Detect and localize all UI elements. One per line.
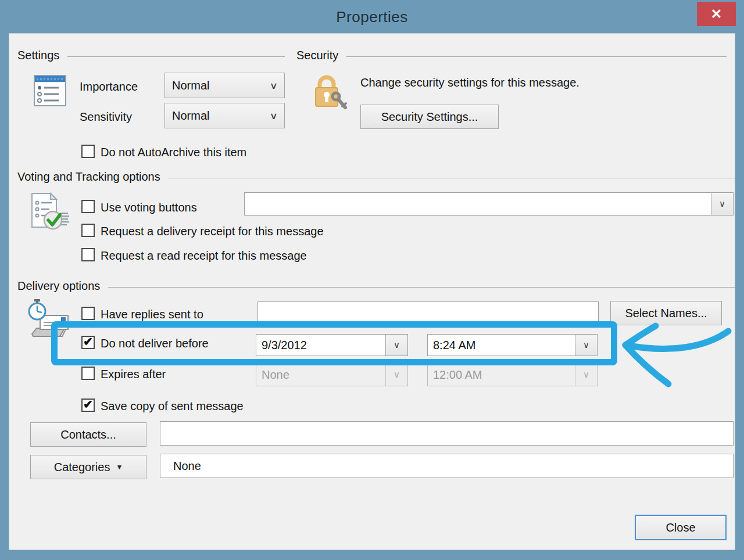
categories-value: None [173, 460, 201, 473]
chevron-down-icon: ∨ [270, 80, 278, 91]
sensitivity-label: Sensitivity [80, 110, 132, 124]
expires-date-value: None [256, 364, 385, 386]
deliver-time-value[interactable]: 8:24 AM [428, 335, 575, 356]
deliver-time-combobox[interactable]: 8:24 AM ∨ [427, 334, 598, 356]
voting-header-label: Voting and Tracking options [17, 170, 160, 184]
dialog-frame: Properties ✕ Settings Security Impor [0, 0, 744, 560]
chevron-down-icon[interactable]: ∨ [575, 335, 597, 356]
expires-time-value: 12:00 AM [428, 364, 575, 386]
close-button-label: Close [666, 521, 695, 534]
close-button[interactable]: Close [635, 515, 727, 540]
check-icon: ✔ [83, 336, 93, 347]
voting-tracking-icon [26, 191, 71, 234]
deliver-date-combobox[interactable]: 9/3/2012 ∨ [256, 334, 408, 356]
check-icon: ✔ [83, 399, 93, 410]
delivery-stopwatch-icon [25, 298, 71, 341]
save-copy-label[interactable]: Save copy of sent message [101, 399, 244, 413]
delivery-receipt-checkbox[interactable] [81, 224, 95, 237]
deliver-date-value[interactable]: 9/3/2012 [256, 335, 385, 356]
security-section-header: Security [296, 49, 727, 62]
voting-section-header: Voting and Tracking options [17, 170, 735, 184]
categories-button-label: Categories [54, 461, 110, 474]
select-names-button-label: Select Names... [625, 307, 707, 320]
voting-buttons-combobox[interactable]: ∨ [244, 192, 734, 216]
chevron-down-icon: ∨ [270, 110, 278, 121]
dropdown-arrow-icon: ▼ [116, 463, 123, 471]
have-replies-label[interactable]: Have replies sent to [101, 307, 203, 321]
security-description: Change security settings for this messag… [360, 76, 580, 89]
chevron-down-icon[interactable]: ∨ [385, 335, 407, 356]
select-names-button[interactable]: Select Names... [610, 301, 722, 325]
dialog-body: Settings Security Importance Normal ∨ Se… [9, 33, 735, 550]
settings-header-label: Settings [17, 49, 59, 62]
divider [67, 56, 285, 57]
window-close-button[interactable]: ✕ [697, 2, 736, 26]
delivery-receipt-label[interactable]: Request a delivery receipt for this mess… [101, 224, 324, 238]
chevron-down-icon: ∨ [575, 364, 597, 386]
security-lock-icon [311, 70, 352, 114]
contacts-button-label: Contacts... [60, 428, 116, 441]
categories-input[interactable]: None [160, 454, 734, 478]
do-not-deliver-checkbox[interactable]: ✔ [81, 336, 95, 349]
importance-value: Normal [172, 79, 209, 92]
sensitivity-value: Normal [172, 109, 209, 123]
sensitivity-dropdown[interactable]: Normal ∨ [164, 103, 285, 128]
read-receipt-checkbox[interactable] [81, 248, 95, 261]
divider [169, 178, 735, 178]
importance-label: Importance [80, 80, 138, 94]
expires-date-combobox: None ∨ [256, 363, 408, 386]
titlebar[interactable]: Properties ✕ [0, 0, 744, 33]
close-icon: ✕ [711, 6, 722, 22]
contacts-button[interactable]: Contacts... [30, 422, 146, 447]
expires-time-combobox: 12:00 AM ∨ [427, 363, 598, 386]
use-voting-checkbox[interactable] [81, 200, 95, 213]
read-receipt-label[interactable]: Request a read receipt for this message [101, 249, 307, 263]
contacts-input[interactable] [160, 421, 734, 446]
security-settings-button-label: Security Settings... [381, 110, 478, 124]
delivery-header-label: Delivery options [17, 279, 100, 293]
expires-after-checkbox[interactable] [81, 367, 95, 380]
divider [346, 56, 727, 57]
annotation-arrow-icon [613, 320, 735, 430]
settings-section-header: Settings [17, 49, 285, 62]
autoarchive-checkbox[interactable] [81, 145, 95, 158]
autoarchive-label[interactable]: Do not AutoArchive this item [101, 145, 246, 159]
security-header-label: Security [296, 49, 338, 62]
chevron-down-icon: ∨ [385, 364, 407, 386]
settings-list-icon [32, 73, 68, 109]
use-voting-label[interactable]: Use voting buttons [101, 200, 197, 214]
expires-after-label[interactable]: Expires after [101, 367, 166, 381]
window-title: Properties [0, 8, 744, 26]
importance-dropdown[interactable]: Normal ∨ [164, 73, 285, 98]
save-copy-checkbox[interactable]: ✔ [81, 399, 95, 412]
voting-buttons-value[interactable] [245, 193, 711, 215]
divider [108, 287, 735, 288]
delivery-section-header: Delivery options [17, 279, 735, 293]
chevron-down-icon[interactable]: ∨ [711, 193, 733, 215]
have-replies-checkbox[interactable] [81, 307, 95, 320]
replies-to-input[interactable] [257, 301, 599, 325]
security-settings-button[interactable]: Security Settings... [360, 105, 499, 129]
categories-button[interactable]: Categories ▼ [30, 455, 146, 479]
do-not-deliver-label[interactable]: Do not deliver before [101, 336, 209, 350]
